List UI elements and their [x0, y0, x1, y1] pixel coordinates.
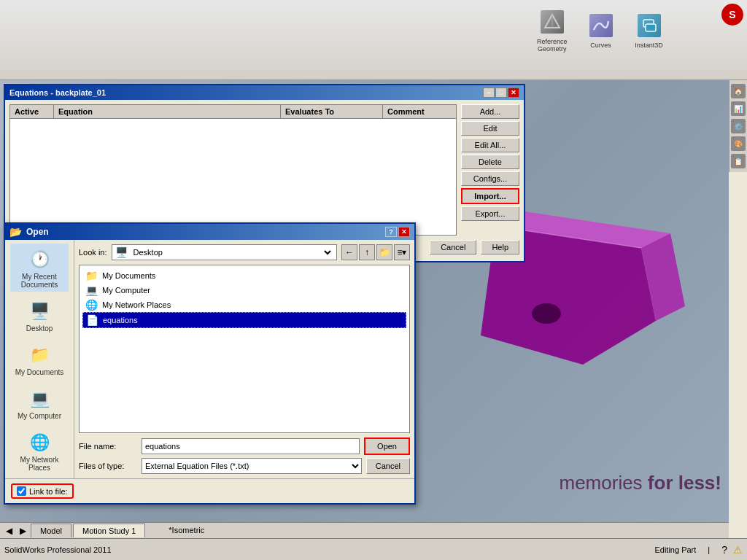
my-documents-label: My Documents	[15, 368, 64, 376]
open-dialog-controls: ? ✕	[385, 227, 410, 237]
right-panel-chart-icon[interactable]: 📊	[731, 101, 746, 116]
link-to-file-row: Link to file:	[5, 478, 414, 503]
file-item-label: My Documents	[102, 271, 155, 280]
right-panel-settings-icon[interactable]: ⚙️	[731, 119, 746, 133]
network-places-file-icon: 🌐	[85, 299, 98, 311]
file-list-area[interactable]: 📁 My Documents 💻 My Computer 🌐 My Networ…	[79, 265, 410, 433]
export-button[interactable]: Export...	[461, 206, 519, 221]
status-bar: SolidWorks Professional 2011 Editing Par…	[0, 538, 747, 560]
link-to-file-label: Link to file:	[29, 487, 68, 496]
link-to-file-checkbox[interactable]	[17, 486, 26, 496]
my-computer-file-icon: 💻	[85, 284, 98, 296]
equations-titlebar: Equations - backplate_01 − □ ✕	[5, 85, 524, 100]
top-toolbar: ReferenceGeometry Curves Instant3D S	[0, 0, 747, 80]
my-computer-label: My Computer	[18, 412, 61, 420]
configs-button[interactable]: Configs...	[461, 171, 519, 186]
scroll-right-btn[interactable]: ▶	[17, 526, 29, 536]
look-in-select[interactable]: Desktop	[131, 247, 333, 257]
open-file-button[interactable]: Open	[364, 438, 410, 455]
recent-documents-label: My RecentDocuments	[21, 273, 58, 289]
look-in-bar: Look in: 🖥️ Desktop ← ↑ 📁 ≡▾	[79, 244, 410, 260]
file-name-label: File name:	[79, 442, 137, 451]
view-menu-btn[interactable]: ≡▾	[394, 244, 410, 260]
look-in-toolbar-buttons: ← ↑ 📁 ≡▾	[341, 244, 410, 260]
open-dialog-titlebar: 📂 Open ? ✕	[5, 224, 414, 240]
open-dialog-help-btn[interactable]: ?	[385, 227, 397, 237]
cancel-file-open-button[interactable]: Cancel	[366, 458, 410, 474]
equations-table-area: Active Equation Evaluates To Comment Add…	[9, 104, 519, 236]
import-button[interactable]: Import...	[461, 188, 519, 204]
equations-restore-btn[interactable]: □	[495, 88, 507, 98]
reference-geometry-tool[interactable]: ReferenceGeometry	[537, 7, 568, 52]
open-dialog-body: 🕐 My RecentDocuments 🖥️ Desktop 📁 My Doc…	[5, 240, 414, 478]
main-content-area: obucket memories for less! Equations - b…	[0, 80, 729, 538]
app-title: SolidWorks Professional 2011	[4, 545, 112, 554]
file-type-row: Files of type: External Equation Files (…	[79, 458, 410, 474]
go-back-btn[interactable]: ←	[341, 244, 357, 260]
equations-minimize-btn[interactable]: −	[483, 88, 495, 98]
equations-dialog-title: Equations - backplate_01	[9, 88, 106, 97]
reference-geometry-icon	[541, 10, 564, 34]
tab-motion-study[interactable]: Motion Study 1	[73, 524, 145, 537]
equations-help-button[interactable]: Help	[481, 240, 519, 254]
equations-close-btn[interactable]: ✕	[508, 88, 519, 98]
curves-label: Curves	[590, 42, 611, 49]
file-item-label-equations: equations	[103, 316, 138, 324]
open-dialog-close-btn[interactable]: ✕	[398, 227, 410, 237]
curves-tool[interactable]: Curves	[587, 11, 616, 49]
file-item-network-places[interactable]: 🌐 My Network Places	[82, 298, 406, 312]
my-documents-icon: 📁	[26, 342, 53, 368]
add-equation-button[interactable]: Add...	[461, 104, 519, 119]
help-status-icon[interactable]: ?	[721, 544, 727, 556]
tab-model[interactable]: Model	[31, 524, 71, 537]
open-dialog-sidebar: 🕐 My RecentDocuments 🖥️ Desktop 📁 My Doc…	[5, 240, 74, 478]
right-panel-clipboard-icon[interactable]: 📋	[731, 154, 746, 168]
equations-table: Active Equation Evaluates To Comment	[9, 104, 457, 236]
editing-status: Editing Part	[654, 545, 696, 554]
reference-geometry-label: ReferenceGeometry	[537, 38, 568, 52]
svg-rect-3	[646, 24, 656, 31]
warning-icon: ⚠	[733, 544, 743, 556]
open-action-buttons: Open	[364, 438, 410, 455]
file-item-my-documents[interactable]: 📁 My Documents	[82, 268, 406, 283]
right-panel-palette-icon[interactable]: 🎨	[731, 136, 746, 151]
file-type-select[interactable]: External Equation Files (*.txt)	[142, 458, 362, 474]
sidebar-item-network-places[interactable]: 🌐 My Network Places	[10, 427, 69, 475]
curves-icon	[589, 14, 613, 37]
col-header-comment: Comment	[383, 105, 456, 118]
scroll-left-btn[interactable]: ◀	[3, 526, 15, 536]
up-folder-btn[interactable]: ↑	[359, 244, 375, 260]
equations-cancel-button[interactable]: Cancel	[430, 240, 476, 254]
right-panel-home-icon[interactable]: 🏠	[731, 84, 746, 98]
file-item-label: My Computer	[102, 286, 150, 295]
instant3d-icon	[638, 14, 661, 37]
col-header-active: Active	[10, 105, 54, 118]
sidebar-item-recent-documents[interactable]: 🕐 My RecentDocuments	[10, 244, 69, 292]
sidebar-item-desktop[interactable]: 🖥️ Desktop	[10, 295, 69, 335]
open-dialog-title: Open	[26, 227, 49, 237]
svg-point-4	[532, 303, 561, 324]
my-computer-icon: 💻	[26, 386, 53, 412]
instant3d-tool[interactable]: Instant3D	[635, 11, 664, 49]
file-item-my-computer[interactable]: 💻 My Computer	[82, 283, 406, 298]
edit-equation-button[interactable]: Edit	[461, 121, 519, 136]
col-header-evaluates-to: Evaluates To	[281, 105, 383, 118]
col-header-equation: Equation	[54, 105, 281, 118]
solidworks-logo: S	[721, 4, 743, 26]
file-name-input[interactable]	[142, 438, 360, 454]
link-to-file-checkbox-container[interactable]: Link to file:	[11, 483, 74, 499]
file-item-equations[interactable]: 📄 equations	[82, 312, 406, 328]
equations-table-header: Active Equation Evaluates To Comment	[10, 105, 456, 119]
sidebar-item-my-documents[interactable]: 📁 My Documents	[10, 339, 69, 379]
equations-table-body	[10, 119, 456, 232]
file-item-label: My Network Places	[102, 300, 171, 309]
network-places-label: My Network Places	[13, 456, 66, 472]
instant3d-label: Instant3D	[635, 42, 663, 49]
equations-action-buttons: Add... Edit Edit All... Delete Configs..…	[461, 104, 519, 236]
edit-all-equations-button[interactable]: Edit All...	[461, 138, 519, 152]
delete-equation-button[interactable]: Delete	[461, 155, 519, 169]
open-dialog: 📂 Open ? ✕ 🕐 My RecentDocuments 🖥️ Deskt…	[4, 222, 416, 505]
look-in-combo[interactable]: 🖥️ Desktop	[112, 244, 337, 260]
sidebar-item-my-computer[interactable]: 💻 My Computer	[10, 383, 69, 423]
create-folder-btn[interactable]: 📁	[376, 244, 392, 260]
